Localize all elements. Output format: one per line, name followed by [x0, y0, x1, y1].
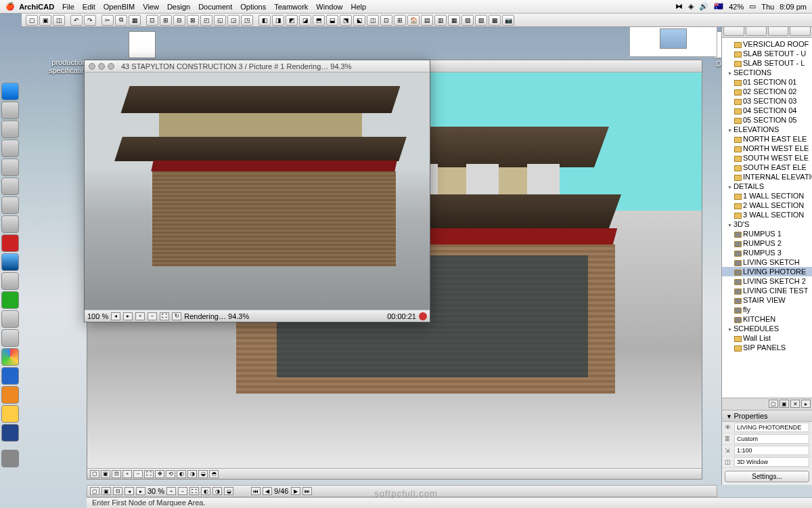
prop-name[interactable]: LIVING PHOTORENDE: [734, 423, 809, 432]
tree-item[interactable]: RUMPUS 1: [722, 229, 812, 238]
tool-d[interactable]: ⊠: [187, 15, 199, 26]
tree-item[interactable]: SLAB SETOUT - U: [722, 49, 812, 58]
tool-redo[interactable]: ↷: [84, 15, 96, 26]
dock-powerpoint[interactable]: [1, 386, 19, 404]
tree-item[interactable]: NORTH WEST ELE: [722, 144, 812, 153]
tree-item[interactable]: 01 SECTION 01: [722, 77, 812, 87]
tree-item[interactable]: LIVING CINE TEST: [722, 286, 812, 295]
menu-design[interactable]: Design: [167, 3, 190, 11]
tool-j[interactable]: ◨: [272, 15, 284, 26]
fit-icon[interactable]: ⛶: [144, 470, 154, 478]
dock-app6[interactable]: [1, 196, 19, 214]
menu-document[interactable]: Document: [198, 3, 232, 11]
menu-help[interactable]: Help: [351, 3, 366, 11]
dock-app10[interactable]: [1, 329, 19, 347]
tool-f[interactable]: ◱: [214, 15, 226, 26]
pan-icon[interactable]: ✥: [155, 470, 164, 478]
app-name[interactable]: ArchiCAD: [19, 3, 54, 11]
prop-custom[interactable]: Custom: [734, 434, 809, 444]
tool-s[interactable]: ⊞: [394, 15, 406, 26]
view-btn-11[interactable]: ◒: [198, 470, 208, 478]
menu-view[interactable]: View: [143, 3, 159, 11]
tree-item[interactable]: SCHEDULES: [722, 324, 812, 333]
nav-tab-layout[interactable]: [768, 26, 789, 36]
dock-acrobat[interactable]: [1, 234, 19, 252]
tool-h[interactable]: ◳: [241, 15, 253, 26]
plan-zoomout-icon[interactable]: −: [178, 487, 187, 495]
render-stop-button[interactable]: [419, 312, 427, 320]
tree-item[interactable]: 1 WALL SECTION: [722, 191, 812, 200]
tool-open[interactable]: ▣: [39, 15, 51, 26]
plan-btn-3[interactable]: ⊡: [113, 487, 122, 495]
dock-app1[interactable]: [1, 102, 19, 119]
tool-r[interactable]: ⊡: [380, 15, 392, 26]
tool-y[interactable]: ▨: [475, 15, 487, 26]
tool-z[interactable]: ▩: [489, 15, 501, 26]
view-btn-1[interactable]: ▢: [90, 470, 99, 478]
render-prev-icon[interactable]: ◂: [111, 312, 120, 320]
render-refresh-icon[interactable]: ↻: [172, 312, 181, 320]
tool-i[interactable]: ◧: [258, 15, 271, 26]
menu-teamwork[interactable]: Teamwork: [274, 3, 308, 11]
settings-button[interactable]: Settings...: [725, 471, 809, 482]
minimize-icon[interactable]: [98, 63, 105, 70]
tree-item[interactable]: 04 SECTION 04: [722, 106, 812, 115]
orbit-icon[interactable]: ⟲: [166, 470, 175, 478]
plan-back-icon[interactable]: ◀: [263, 487, 272, 495]
nav-tab-view[interactable]: [746, 26, 767, 36]
menu-file[interactable]: File: [62, 3, 74, 11]
plan-btn-c[interactable]: ◒: [224, 487, 233, 495]
plan-btn-1[interactable]: ▢: [90, 487, 99, 495]
close-icon[interactable]: [89, 63, 95, 70]
dock-app2[interactable]: [1, 121, 19, 138]
dock-app4[interactable]: [1, 158, 19, 176]
render-viewport[interactable]: [85, 72, 430, 310]
dock-trash[interactable]: [1, 450, 19, 467]
nav-tab-project[interactable]: [723, 26, 744, 36]
tree-item[interactable]: LIVING PHOTORE: [722, 267, 812, 276]
tool-v[interactable]: ▥: [434, 15, 447, 26]
flag-icon[interactable]: 🇦🇺: [714, 2, 723, 11]
prop-window[interactable]: 3D Window: [734, 457, 809, 467]
tool-m[interactable]: ⬒: [313, 15, 325, 26]
tool-c[interactable]: ⊟: [173, 15, 185, 26]
tree-item[interactable]: 3 WALL SECTION: [722, 210, 812, 219]
tree-item[interactable]: Wall List: [722, 333, 812, 343]
dock-finder[interactable]: [1, 83, 19, 100]
dock-outlook[interactable]: [1, 405, 19, 423]
window-icon[interactable]: ◫: [725, 459, 734, 465]
tree-item[interactable]: ELEVATIONS: [722, 125, 812, 134]
tree-item[interactable]: 03 SECTION 03: [722, 96, 812, 106]
tool-n[interactable]: ⬓: [326, 15, 338, 26]
tree-item[interactable]: 3D'S: [722, 219, 812, 229]
tree-item[interactable]: SECTIONS: [722, 68, 812, 77]
dock-photoshop[interactable]: [1, 424, 19, 442]
plan-btn-a[interactable]: ◐: [201, 487, 210, 495]
tree-item[interactable]: 05 SECTION 05: [722, 115, 812, 125]
tool-a[interactable]: ⊡: [146, 15, 158, 26]
plan-last-icon[interactable]: ⏭: [302, 487, 312, 495]
tree-item[interactable]: SLAB SETOUT - L: [722, 58, 812, 68]
wifi-icon[interactable]: ◈: [688, 2, 694, 11]
eye-icon[interactable]: 👁: [725, 424, 734, 431]
volume-icon[interactable]: 🔊: [699, 2, 708, 11]
tool-paste[interactable]: ▦: [129, 15, 141, 26]
tree-item[interactable]: RUMPUS 2: [722, 238, 812, 248]
tree-item[interactable]: RUMPUS 3: [722, 248, 812, 257]
dock-itunes[interactable]: [1, 253, 19, 271]
menu-openbim[interactable]: OpenBIM: [104, 3, 135, 11]
tool-e[interactable]: ◰: [200, 15, 212, 26]
plan-fwd-icon[interactable]: ▶: [291, 487, 300, 495]
tool-x[interactable]: ▧: [461, 15, 474, 26]
tool-new[interactable]: ▢: [26, 15, 38, 26]
tree-item[interactable]: 2 WALL SECTION: [722, 200, 812, 210]
tree-item[interactable]: VERSICLAD ROOF: [722, 39, 812, 49]
render-zoomout-icon[interactable]: −: [148, 312, 157, 320]
view-btn-12[interactable]: ◓: [209, 470, 219, 478]
dock-excel[interactable]: [1, 291, 19, 309]
zoom-out-icon[interactable]: −: [133, 470, 143, 478]
prop-scale[interactable]: 1:100: [734, 446, 809, 455]
scale-icon[interactable]: ⇲: [725, 447, 734, 454]
tree-item[interactable]: SOUTH WEST ELE: [722, 153, 812, 163]
tree-item[interactable]: KITCHEN: [722, 314, 812, 324]
